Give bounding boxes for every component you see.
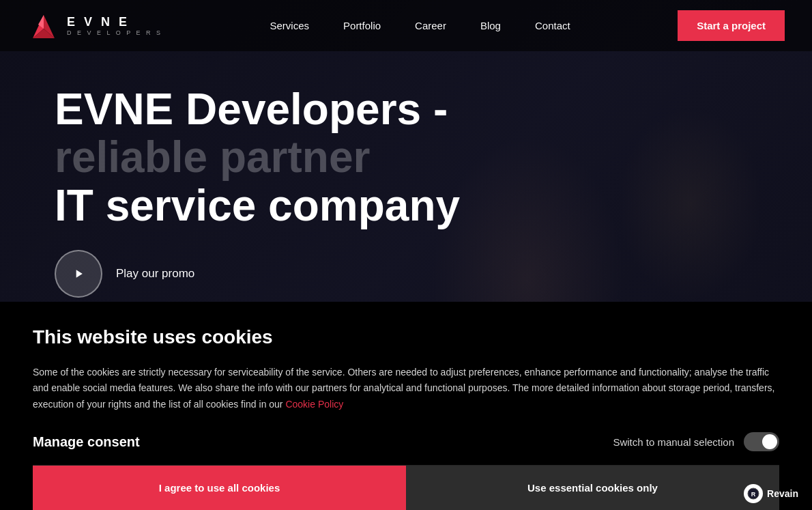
hero-title-main: EVNE Developers -: [55, 85, 448, 134]
play-label: Play our promo: [116, 267, 194, 281]
revain-badge[interactable]: R Revain: [744, 484, 798, 503]
hero-content: EVNE Developers - reliable partner IT se…: [0, 51, 812, 337]
nav-portfolio[interactable]: Portfolio: [343, 20, 381, 31]
manual-selection-toggle[interactable]: [744, 432, 779, 451]
logo-icon: [27, 10, 60, 42]
cookie-policy-link[interactable]: Cookie Policy: [285, 399, 343, 410]
cookie-buttons: I agree to use all cookies Use essential…: [33, 466, 779, 510]
logo-developers: D E V E L O P E R S: [67, 29, 162, 36]
nav-links: Services Portfolio Career Blog Contact: [270, 20, 570, 32]
toggle-label: Switch to manual selection: [613, 436, 734, 448]
nav-contact[interactable]: Contact: [535, 20, 570, 31]
toggle-row: Switch to manual selection: [613, 432, 779, 451]
hero-title: EVNE Developers - reliable partner IT se…: [55, 85, 566, 229]
start-project-button[interactable]: Start a project: [678, 10, 785, 41]
play-row: Play our promo: [55, 250, 757, 298]
cookie-body: Some of the cookies are strictly necessa…: [33, 365, 779, 413]
play-icon: [72, 267, 85, 281]
nav-services[interactable]: Services: [270, 20, 310, 31]
agree-all-button[interactable]: I agree to use all cookies: [33, 466, 406, 510]
cookie-banner: This website uses cookies Some of the co…: [0, 302, 812, 510]
essential-only-button[interactable]: Use essential cookies only: [406, 466, 779, 510]
cookie-body-text: Some of the cookies are strictly necessa…: [33, 367, 774, 410]
cookie-title: This website uses cookies: [33, 326, 779, 348]
hero-title-line2: IT service company: [55, 181, 460, 230]
revain-icon: R: [744, 484, 763, 503]
revain-text: Revain: [767, 488, 798, 499]
nav-blog[interactable]: Blog: [480, 20, 501, 31]
logo-text: E V N E D E V E L O P E R S: [67, 15, 162, 36]
play-button[interactable]: [55, 250, 102, 298]
logo[interactable]: E V N E D E V E L O P E R S: [27, 10, 162, 42]
cookie-manage-consent: Manage consent Switch to manual selectio…: [33, 432, 779, 466]
svg-text:R: R: [751, 491, 756, 498]
manage-consent-label: Manage consent: [33, 434, 140, 450]
logo-evne: E V N E: [67, 15, 162, 29]
navbar: E V N E D E V E L O P E R S Services Por…: [0, 0, 812, 51]
toggle-knob: [762, 434, 777, 449]
hero-title-faded: reliable partner: [55, 132, 370, 182]
nav-career[interactable]: Career: [415, 20, 446, 31]
